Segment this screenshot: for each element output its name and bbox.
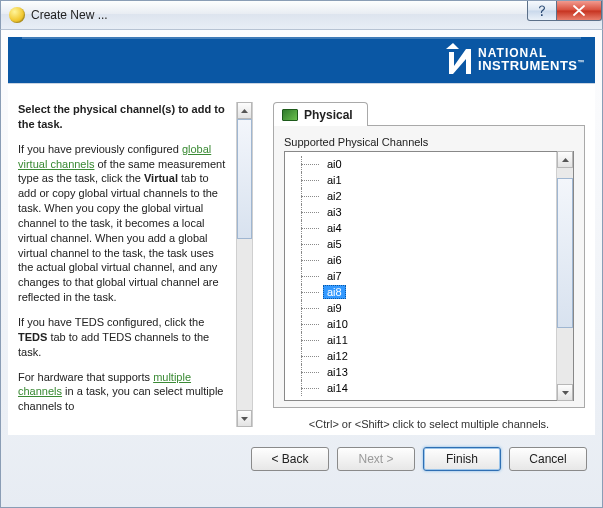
channel-item[interactable]: ai8 <box>291 284 550 300</box>
cancel-button[interactable]: Cancel <box>509 447 587 471</box>
help-button[interactable] <box>527 1 557 21</box>
finish-button[interactable]: Finish <box>423 447 501 471</box>
tab-physical[interactable]: Physical <box>273 102 368 126</box>
channel-item[interactable]: ai14 <box>291 380 550 396</box>
app-icon <box>9 7 25 23</box>
channel-item[interactable]: ai1 <box>291 172 550 188</box>
physical-chip-icon <box>282 109 298 121</box>
channel-item[interactable]: ai2 <box>291 188 550 204</box>
next-button: Next > <box>337 447 415 471</box>
help-scrollbar[interactable] <box>236 102 253 427</box>
scroll-up-icon[interactable] <box>237 102 252 119</box>
channel-item[interactable]: ai6 <box>291 252 550 268</box>
channel-item[interactable]: ai5 <box>291 236 550 252</box>
channel-item[interactable]: ai3 <box>291 204 550 220</box>
channel-item[interactable]: ai9 <box>291 300 550 316</box>
scroll-down-icon[interactable] <box>557 384 573 401</box>
channel-item[interactable]: ai7 <box>291 268 550 284</box>
ni-logo-icon <box>446 43 472 75</box>
help-text: Select the physical channel(s) to add to… <box>18 102 232 427</box>
channel-item[interactable]: ai4 <box>291 220 550 236</box>
supported-channels-label: Supported Physical Channels <box>284 136 574 148</box>
selection-hint: <Ctrl> or <Shift> click to select multip… <box>273 418 585 430</box>
tree-scrollbar[interactable] <box>556 152 573 400</box>
channel-tree[interactable]: ai0ai1ai2ai3ai4ai5ai6ai7ai8ai9ai10ai11ai… <box>285 152 552 400</box>
tab-label: Physical <box>304 108 353 122</box>
back-button[interactable]: < Back <box>251 447 329 471</box>
scroll-up-icon[interactable] <box>557 151 573 168</box>
scroll-thumb[interactable] <box>237 119 252 239</box>
window-title: Create New ... <box>31 8 108 22</box>
channel-item[interactable]: ai13 <box>291 364 550 380</box>
brand-header: NATIONAL INSTRUMENTS™ <box>8 37 595 83</box>
close-button[interactable] <box>556 1 602 21</box>
channel-item[interactable]: ai12 <box>291 348 550 364</box>
scroll-thumb[interactable] <box>557 178 573 328</box>
channel-item[interactable]: ai0 <box>291 156 550 172</box>
channel-item[interactable]: ai11 <box>291 332 550 348</box>
scroll-down-icon[interactable] <box>237 410 252 427</box>
channel-item[interactable]: ai10 <box>291 316 550 332</box>
